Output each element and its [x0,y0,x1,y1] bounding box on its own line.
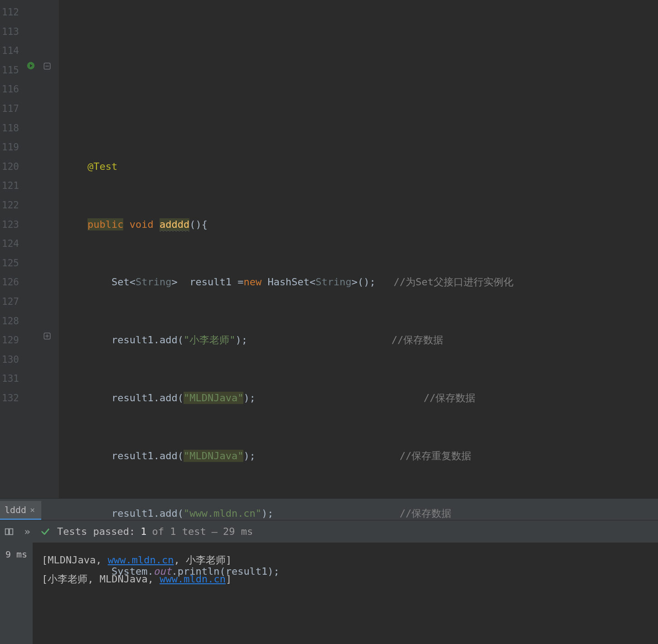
string-literal: "MLDNJava" [184,392,243,404]
code-text: (){ [189,219,208,230]
indent [63,392,111,404]
line-number: 118 [0,119,23,138]
line-number: 121 [0,176,23,196]
code-area[interactable]: @Test public void adddd(){ Set<String> r… [59,0,658,498]
code-line[interactable]: public void adddd(){ [59,215,658,235]
string-literal: "小李老师" [184,334,236,346]
generic-type: String [315,276,351,288]
keyword: public [87,218,123,231]
svg-rect-8 [10,529,13,534]
string-literal: "www.mldn.cn" [184,508,261,519]
indent [63,450,111,461]
gutter: 112 113 114 115 116 117 118 119 120 121 … [0,0,59,498]
code-editor[interactable]: 112 113 114 115 116 117 118 119 120 121 … [0,0,658,498]
comment: //保存重复数据 [400,450,472,461]
line-number: 117 [0,99,23,119]
code-text: .println(result1); [171,566,279,577]
code-line[interactable]: System.out.println(result1); [59,562,658,582]
code-text: HashSet< [261,276,315,288]
code-text: >(); [352,276,394,288]
line-number: 114 [0,41,23,61]
line-number: 113 [0,22,23,42]
line-number: 124 [0,234,23,254]
indent [63,219,87,230]
layout-icon[interactable] [3,525,15,538]
line-number: 126 [0,273,23,292]
code-line[interactable]: @Test [59,157,658,177]
indent [63,161,87,172]
run-test-icon[interactable] [26,61,37,72]
line-number: 131 [0,369,23,389]
code-text: System. [111,566,154,577]
line-number: 130 [0,350,23,370]
line-number: 132 [0,389,23,408]
code-text: result1.add( [111,508,184,519]
fold-minus-icon[interactable] [43,62,54,72]
run-tab-label: lddd [5,505,26,515]
comment: //保存数据 [424,392,476,404]
indent [63,566,111,577]
code-text: ); [261,508,400,519]
fold-end-icon[interactable] [43,332,54,342]
close-icon[interactable]: × [30,505,35,514]
field: out [154,566,172,577]
code-text: ); [243,450,399,461]
code-line[interactable] [59,99,658,119]
code-line[interactable] [59,620,658,639]
test-duration: 9 ms [0,549,33,560]
line-number: 128 [0,312,23,331]
code-text: ); [235,334,391,346]
code-text: > result1 = [171,276,243,288]
code-text: Set< [111,276,135,288]
indent [63,334,111,346]
code-line[interactable]: result1.add("www.mldn.cn"); //保存数据 [59,504,658,524]
comment: //保存数据 [392,334,444,346]
indent [63,508,111,519]
line-number: 112 [0,3,23,22]
comment: //为Set父接口进行实例化 [394,276,513,288]
line-number: 125 [0,254,23,273]
generic-type: String [135,276,171,288]
code-line[interactable]: result1.add("小李老师"); //保存数据 [59,331,658,350]
indent [63,276,111,288]
line-number: 115 [0,61,23,80]
line-number: 129 [0,331,23,350]
console-sidebar: 9 ms [0,543,33,644]
code-line[interactable] [59,41,658,61]
code-text: result1.add( [111,450,184,461]
method-name: adddd [160,218,189,231]
svg-rect-7 [5,529,9,534]
keyword: void [130,219,154,230]
keyword: new [243,276,261,288]
expand-icon[interactable]: » [21,525,34,538]
code-line[interactable]: result1.add("MLDNJava"); //保存重复数据 [59,447,658,466]
line-number: 116 [0,80,23,99]
code-text: result1.add( [111,334,184,346]
line-number: 119 [0,138,23,157]
run-tab[interactable]: lddd × [0,501,41,520]
code-line[interactable]: Set<String> result1 =new HashSet<String>… [59,273,658,292]
annotation: @Test [87,161,117,172]
line-number: 127 [0,292,23,312]
code-text: ); [243,392,423,404]
string-literal: "MLDNJava" [184,450,243,462]
code-text: result1.add( [111,392,184,404]
line-number: 123 [0,215,23,235]
line-number: 122 [0,196,23,215]
line-number: 120 [0,157,23,177]
comment: //保存数据 [400,508,452,519]
code-line[interactable]: result1.add("MLDNJava"); //保存数据 [59,389,658,408]
test-pass-icon [39,525,52,538]
